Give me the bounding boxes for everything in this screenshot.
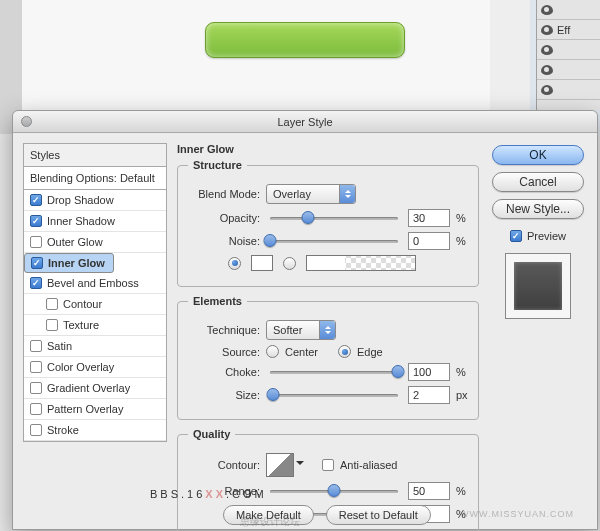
opacity-input[interactable]: [408, 209, 450, 227]
sample-green-button: [205, 22, 405, 58]
glow-color-swatch[interactable]: [251, 255, 273, 271]
glow-gradient-radio[interactable]: [283, 257, 296, 270]
layer-row[interactable]: [537, 80, 600, 100]
style-checkbox[interactable]: [30, 340, 42, 352]
style-checkbox[interactable]: [46, 298, 58, 310]
source-edge-radio[interactable]: [338, 345, 351, 358]
cancel-button[interactable]: Cancel: [492, 172, 584, 192]
select-arrows-icon: [339, 185, 355, 203]
style-label: Stroke: [47, 424, 79, 436]
style-checkbox[interactable]: [30, 194, 42, 206]
style-checkbox[interactable]: [30, 403, 42, 415]
select-arrows-icon: [319, 321, 335, 339]
size-label: Size:: [188, 389, 260, 401]
opacity-slider[interactable]: [270, 211, 398, 225]
visibility-icon[interactable]: [541, 25, 553, 35]
elements-legend: Elements: [188, 295, 247, 307]
layers-panel: Eff: [536, 0, 600, 110]
range-slider[interactable]: [270, 484, 398, 498]
visibility-icon[interactable]: [541, 65, 553, 75]
anti-aliased-label: Anti-aliased: [340, 459, 397, 471]
contour-picker[interactable]: [266, 453, 294, 477]
technique-label: Technique:: [188, 324, 260, 336]
style-checkbox[interactable]: [46, 319, 58, 331]
contour-label: Contour:: [188, 459, 260, 471]
layer-row[interactable]: [537, 40, 600, 60]
layer-eff-label: Eff: [557, 24, 570, 36]
style-row-bevel-and-emboss[interactable]: Bevel and Emboss: [24, 273, 166, 294]
visibility-icon[interactable]: [541, 85, 553, 95]
visibility-icon[interactable]: [541, 45, 553, 55]
style-label: Contour: [63, 298, 102, 310]
style-row-drop-shadow[interactable]: Drop Shadow: [24, 190, 166, 211]
visibility-icon[interactable]: [541, 5, 553, 15]
source-label: Source:: [188, 346, 260, 358]
preview-checkbox[interactable]: [510, 230, 522, 242]
layer-row[interactable]: [537, 60, 600, 80]
style-row-color-overlay[interactable]: Color Overlay: [24, 357, 166, 378]
technique-select[interactable]: Softer: [266, 320, 336, 340]
reset-default-button[interactable]: Reset to Default: [326, 505, 431, 525]
blending-options-row[interactable]: Blending Options: Default: [24, 167, 166, 190]
glow-gradient-swatch[interactable]: [306, 255, 416, 271]
watermark-url: WWW.MISSYUAN.COM: [460, 509, 574, 519]
traffic-light-icon[interactable]: [21, 116, 32, 127]
preview-label: Preview: [527, 230, 566, 242]
size-input[interactable]: [408, 386, 450, 404]
style-row-inner-glow[interactable]: Inner Glow: [24, 253, 114, 273]
style-row-texture[interactable]: Texture: [24, 315, 166, 336]
structure-legend: Structure: [188, 159, 247, 171]
style-checkbox[interactable]: [30, 215, 42, 227]
style-label: Gradient Overlay: [47, 382, 130, 394]
style-row-gradient-overlay[interactable]: Gradient Overlay: [24, 378, 166, 399]
style-row-contour[interactable]: Contour: [24, 294, 166, 315]
style-label: Pattern Overlay: [47, 403, 123, 415]
layer-row[interactable]: Eff: [537, 20, 600, 40]
anti-aliased-checkbox[interactable]: [322, 459, 334, 471]
style-row-stroke[interactable]: Stroke: [24, 420, 166, 441]
source-center-label: Center: [285, 346, 318, 358]
style-checkbox[interactable]: [30, 361, 42, 373]
elements-group: Elements Technique: Softer Source: Cente…: [177, 295, 479, 420]
dialog-buttons-column: OK Cancel New Style... Preview: [489, 143, 587, 529]
noise-input[interactable]: [408, 232, 450, 250]
style-label: Drop Shadow: [47, 194, 114, 206]
style-row-inner-shadow[interactable]: Inner Shadow: [24, 211, 166, 232]
style-label: Color Overlay: [47, 361, 114, 373]
options-panel: Inner Glow Structure Blend Mode: Overlay…: [177, 143, 479, 529]
blend-mode-label: Blend Mode:: [188, 188, 260, 200]
choke-label: Choke:: [188, 366, 260, 378]
choke-slider[interactable]: [270, 365, 398, 379]
style-row-pattern-overlay[interactable]: Pattern Overlay: [24, 399, 166, 420]
style-checkbox[interactable]: [30, 236, 42, 248]
quality-legend: Quality: [188, 428, 235, 440]
glow-color-radio[interactable]: [228, 257, 241, 270]
style-label: Bevel and Emboss: [47, 277, 139, 289]
style-row-satin[interactable]: Satin: [24, 336, 166, 357]
dialog-titlebar[interactable]: Layer Style: [13, 111, 597, 133]
layer-row[interactable]: [537, 0, 600, 20]
opacity-label: Opacity:: [188, 212, 260, 224]
ok-button[interactable]: OK: [492, 145, 584, 165]
new-style-button[interactable]: New Style...: [492, 199, 584, 219]
structure-group: Structure Blend Mode: Overlay Opacity: %…: [177, 159, 479, 287]
style-label: Texture: [63, 319, 99, 331]
panel-title: Inner Glow: [177, 143, 479, 155]
size-slider[interactable]: [270, 388, 398, 402]
style-checkbox[interactable]: [30, 382, 42, 394]
styles-header[interactable]: Styles: [24, 144, 166, 167]
choke-input[interactable]: [408, 363, 450, 381]
watermark: BBS.16XX.COM: [150, 482, 267, 503]
watermark-cn: 思缘设计论坛: [240, 515, 300, 529]
source-center-radio[interactable]: [266, 345, 279, 358]
range-input[interactable]: [408, 482, 450, 500]
noise-slider[interactable]: [270, 234, 398, 248]
style-row-outer-glow[interactable]: Outer Glow: [24, 232, 166, 253]
style-label: Outer Glow: [47, 236, 103, 248]
style-checkbox[interactable]: [30, 424, 42, 436]
style-checkbox[interactable]: [31, 257, 43, 269]
blend-mode-select[interactable]: Overlay: [266, 184, 356, 204]
style-checkbox[interactable]: [30, 277, 42, 289]
layer-style-dialog: Layer Style Styles Blending Options: Def…: [12, 110, 598, 530]
noise-label: Noise:: [188, 235, 260, 247]
